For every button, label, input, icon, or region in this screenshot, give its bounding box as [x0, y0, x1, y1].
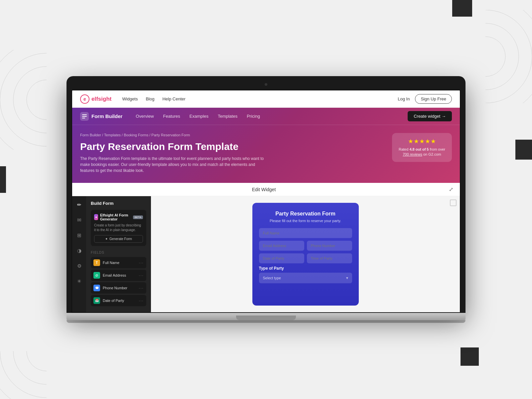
generate-label: Generate Form — [109, 237, 132, 241]
ai-gen-header: ✦ Elfsight AI Form Generator BETA — [94, 213, 143, 221]
email-phone-row — [259, 241, 352, 251]
field-name-phone: Phone Number — [103, 286, 127, 290]
date-time-row — [259, 253, 352, 263]
widget-editor: ✏ ✉ ⊞ ◑ ⚙ ✳ Build Form ✦ Elfsight AI For… — [72, 196, 460, 312]
field-dots-date: ··· — [139, 298, 144, 303]
generate-form-button[interactable]: ✦ Generate Form — [94, 235, 143, 243]
svg-point-10 — [0, 351, 47, 398]
product-nav-links: Overview Features Examples Templates Pri… — [136, 114, 394, 119]
hero-section: Form Builder / Templates / Booking Forms… — [72, 125, 460, 183]
edit-widget-header: Edit Widget ⤢ — [72, 183, 460, 196]
form-widget: Party Reservation Form Please fill out t… — [252, 203, 359, 306]
time-input[interactable] — [307, 253, 352, 263]
bg-decoration-top — [452, 0, 472, 17]
field-phone[interactable]: ☎ Phone Number ··· — [91, 282, 146, 294]
bg-decoration-bottom — [461, 347, 479, 366]
field-type-icon-date: 📅 — [93, 297, 100, 304]
svg-rect-16 — [82, 118, 85, 118]
bg-decoration-right — [515, 140, 532, 160]
sidebar-icon-layers[interactable]: ⊞ — [74, 231, 84, 240]
svg-point-9 — [13, 351, 47, 384]
bg-circles-left — [0, 50, 47, 151]
field-item-left-phone: ☎ Phone Number — [93, 285, 127, 291]
sidebar-icon-settings[interactable]: ⚙ — [74, 261, 84, 271]
sidebar-icons: ✏ ✉ ⊞ ◑ ⚙ ✳ — [72, 196, 86, 312]
bg-circles-right — [485, 10, 532, 104]
svg-rect-14 — [82, 114, 87, 115]
camera-dot — [265, 83, 267, 86]
phone-input[interactable] — [307, 241, 352, 251]
rating-label-middle: from over — [429, 147, 445, 151]
date-input[interactable] — [259, 253, 304, 263]
nav-widgets[interactable]: Widgets — [122, 96, 138, 101]
field-item-left-date: 📅 Date of Party — [93, 297, 124, 304]
product-nav-examples[interactable]: Examples — [190, 114, 208, 119]
product-icon — [80, 112, 89, 121]
sidebar-icon-palette[interactable]: ◑ — [74, 246, 84, 255]
laptop-base-notch — [236, 316, 296, 320]
product-name: Form Builder — [91, 113, 122, 119]
product-nav-templates[interactable]: Templates — [218, 114, 237, 119]
sidebar-icon-asterisk[interactable]: ✳ — [74, 277, 84, 286]
svg-point-5 — [485, 23, 519, 90]
svg-point-3 — [0, 50, 47, 150]
site-navigation: e elfsight Widgets Blog Help Center Log … — [72, 90, 460, 108]
product-nav-overview[interactable]: Overview — [136, 114, 154, 119]
mobile-frame-indicator — [450, 200, 457, 206]
field-item-left: T Full Name — [93, 259, 119, 266]
sidebar-icon-mail[interactable]: ✉ — [74, 215, 84, 225]
create-widget-button[interactable]: Create widget → — [408, 111, 452, 121]
bg-circles-bottom-left — [0, 351, 47, 399]
sidebar-icon-pencil[interactable]: ✏ — [74, 200, 84, 209]
rating-score: 4.8 out of 5 — [409, 147, 429, 151]
svg-point-0 — [27, 80, 47, 120]
panel-title: Build Form — [91, 201, 146, 206]
ai-generator: ✦ Elfsight AI Form Generator BETA Create… — [91, 210, 146, 246]
login-button[interactable]: Log In — [398, 96, 410, 101]
rating-card: ★★★★★ Rated 4.8 out of 5 from over 700 r… — [392, 133, 452, 162]
field-name-email: Email Address — [103, 273, 126, 277]
bg-decoration-left — [0, 166, 6, 193]
product-nav-pricing[interactable]: Pricing — [247, 114, 260, 119]
field-item-left-email: @ Email Address — [93, 272, 126, 279]
laptop-camera — [71, 81, 461, 87]
full-name-input[interactable] — [259, 228, 352, 238]
svg-point-11 — [0, 351, 47, 399]
laptop-bottom — [66, 320, 466, 323]
preview-panel: Party Reservation Form Please fill out t… — [151, 196, 460, 312]
select-arrow-icon: ▾ — [346, 276, 348, 280]
laptop-frame: e elfsight Widgets Blog Help Center Log … — [66, 76, 466, 313]
product-header: Form Builder Overview Features Examples … — [72, 108, 460, 183]
nav-actions: Log In Sign Up Free — [398, 94, 452, 104]
expand-button[interactable]: ⤢ — [449, 186, 453, 193]
laptop-base — [66, 313, 466, 320]
product-nav-features[interactable]: Features — [163, 114, 180, 119]
ai-badge: BETA — [133, 215, 143, 219]
nav-help-center[interactable]: Help Center — [162, 96, 185, 101]
product-brand: Form Builder — [80, 112, 122, 121]
field-full-name[interactable]: T Full Name ··· — [91, 257, 146, 268]
rating-reviews-link[interactable]: 700 reviews — [403, 152, 422, 156]
svg-point-6 — [485, 10, 532, 103]
field-date[interactable]: 📅 Date of Party ··· — [91, 295, 146, 306]
email-input[interactable] — [259, 241, 304, 251]
field-type-icon-phone: ☎ — [93, 285, 100, 291]
build-form-panel: Build Form ✦ Elfsight AI Form Generator … — [86, 196, 151, 312]
svg-point-8 — [27, 351, 47, 371]
signup-button[interactable]: Sign Up Free — [415, 94, 452, 104]
ai-description: Create a form just by describing it to t… — [94, 223, 143, 232]
field-email[interactable]: @ Email Address ··· — [91, 270, 146, 281]
field-type-icon-email: @ — [93, 272, 100, 279]
svg-text:e: e — [83, 96, 86, 102]
nav-blog[interactable]: Blog — [146, 96, 154, 101]
generate-icon: ✦ — [105, 237, 108, 241]
rating-label-after: on G2.com — [422, 152, 441, 156]
product-sub-nav: Form Builder Overview Features Examples … — [72, 108, 460, 125]
hero-title: Party Reservation Form Template — [80, 141, 392, 152]
rating-label-before: Rated — [399, 147, 409, 151]
breadcrumb: Form Builder / Templates / Booking Forms… — [80, 133, 392, 137]
fields-label: FIELDS — [91, 251, 146, 254]
form-widget-title: Party Reservation Form — [259, 211, 352, 217]
form-widget-subtitle: Please fill out the form to reserve your… — [259, 219, 352, 223]
party-type-select[interactable]: Select type ▾ — [259, 273, 352, 283]
